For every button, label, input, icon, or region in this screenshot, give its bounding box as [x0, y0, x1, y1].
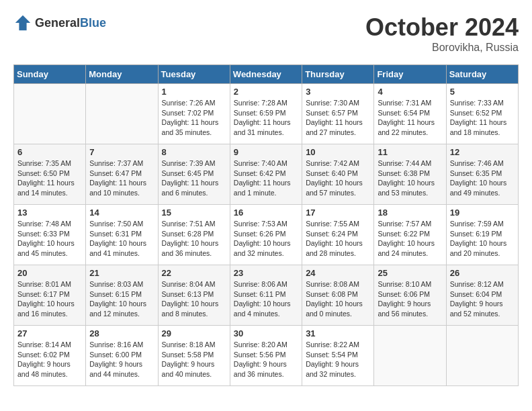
day-number: 24	[306, 268, 370, 278]
calendar-cell: 21Sunrise: 8:03 AM Sunset: 6:15 PM Dayli…	[86, 265, 158, 326]
day-detail: Sunrise: 7:28 AM Sunset: 6:59 PM Dayligh…	[234, 98, 298, 138]
day-number: 31	[306, 328, 370, 338]
day-number: 4	[378, 87, 442, 97]
calendar-cell: 29Sunrise: 8:18 AM Sunset: 5:58 PM Dayli…	[158, 326, 230, 386]
day-detail: Sunrise: 7:57 AM Sunset: 6:22 PM Dayligh…	[378, 219, 442, 259]
calendar-week-row: 6Sunrise: 7:35 AM Sunset: 6:50 PM Daylig…	[14, 144, 519, 205]
calendar-cell: 8Sunrise: 7:39 AM Sunset: 6:45 PM Daylig…	[158, 144, 230, 205]
day-detail: Sunrise: 7:40 AM Sunset: 6:42 PM Dayligh…	[234, 158, 298, 198]
calendar-cell: 1Sunrise: 7:26 AM Sunset: 7:02 PM Daylig…	[158, 84, 230, 144]
day-detail: Sunrise: 7:26 AM Sunset: 7:02 PM Dayligh…	[162, 98, 226, 138]
calendar-cell: 10Sunrise: 7:42 AM Sunset: 6:40 PM Dayli…	[302, 144, 374, 205]
day-number: 15	[162, 208, 226, 218]
weekday-header-row: SundayMondayTuesdayWednesdayThursdayFrid…	[14, 65, 519, 84]
day-detail: Sunrise: 8:12 AM Sunset: 6:04 PM Dayligh…	[450, 279, 515, 319]
calendar-cell: 12Sunrise: 7:46 AM Sunset: 6:35 PM Dayli…	[446, 144, 518, 205]
calendar-cell: 23Sunrise: 8:06 AM Sunset: 6:11 PM Dayli…	[230, 265, 302, 326]
calendar-cell: 16Sunrise: 7:53 AM Sunset: 6:26 PM Dayli…	[230, 205, 302, 265]
day-detail: Sunrise: 8:16 AM Sunset: 6:00 PM Dayligh…	[89, 340, 154, 379]
calendar-cell	[86, 84, 158, 144]
day-detail: Sunrise: 7:35 AM Sunset: 6:50 PM Dayligh…	[17, 158, 82, 198]
day-number: 8	[162, 147, 226, 157]
calendar-cell	[374, 326, 446, 386]
calendar-cell: 30Sunrise: 8:20 AM Sunset: 5:56 PM Dayli…	[230, 326, 302, 386]
weekday-header-saturday: Saturday	[446, 65, 518, 84]
day-detail: Sunrise: 7:30 AM Sunset: 6:57 PM Dayligh…	[306, 98, 370, 138]
calendar-cell	[446, 326, 518, 386]
day-number: 27	[17, 328, 82, 338]
day-number: 6	[17, 147, 82, 157]
day-number: 2	[234, 87, 298, 97]
day-number: 28	[89, 328, 154, 338]
calendar-cell: 26Sunrise: 8:12 AM Sunset: 6:04 PM Dayli…	[446, 265, 518, 326]
calendar-cell: 6Sunrise: 7:35 AM Sunset: 6:50 PM Daylig…	[14, 144, 86, 205]
day-number: 7	[89, 147, 154, 157]
day-number: 20	[17, 268, 82, 278]
day-detail: Sunrise: 8:14 AM Sunset: 6:02 PM Dayligh…	[17, 340, 82, 379]
calendar-cell: 14Sunrise: 7:50 AM Sunset: 6:31 PM Dayli…	[86, 205, 158, 265]
day-detail: Sunrise: 7:44 AM Sunset: 6:38 PM Dayligh…	[378, 158, 442, 198]
day-number: 5	[450, 87, 515, 97]
title-block: October 2024 Borovikha, Russia	[365, 13, 519, 54]
calendar-cell: 28Sunrise: 8:16 AM Sunset: 6:00 PM Dayli…	[86, 326, 158, 386]
day-number: 29	[162, 328, 226, 338]
day-detail: Sunrise: 8:18 AM Sunset: 5:58 PM Dayligh…	[162, 340, 226, 379]
day-detail: Sunrise: 7:51 AM Sunset: 6:28 PM Dayligh…	[162, 219, 226, 259]
day-detail: Sunrise: 8:03 AM Sunset: 6:15 PM Dayligh…	[89, 279, 154, 319]
day-detail: Sunrise: 7:53 AM Sunset: 6:26 PM Dayligh…	[234, 219, 298, 259]
logo-icon	[13, 13, 32, 32]
month-title: October 2024	[365, 13, 519, 42]
day-number: 12	[450, 147, 515, 157]
day-detail: Sunrise: 7:42 AM Sunset: 6:40 PM Dayligh…	[306, 158, 370, 198]
day-detail: Sunrise: 8:22 AM Sunset: 5:54 PM Dayligh…	[306, 340, 370, 379]
day-detail: Sunrise: 7:48 AM Sunset: 6:33 PM Dayligh…	[17, 219, 82, 259]
day-number: 22	[162, 268, 226, 278]
calendar-cell: 9Sunrise: 7:40 AM Sunset: 6:42 PM Daylig…	[230, 144, 302, 205]
day-number: 30	[234, 328, 298, 338]
logo-general-text: General	[35, 16, 80, 30]
day-number: 9	[234, 147, 298, 157]
day-detail: Sunrise: 8:08 AM Sunset: 6:08 PM Dayligh…	[306, 279, 370, 319]
day-detail: Sunrise: 7:37 AM Sunset: 6:47 PM Dayligh…	[89, 158, 154, 198]
calendar-week-row: 13Sunrise: 7:48 AM Sunset: 6:33 PM Dayli…	[14, 205, 519, 265]
day-number: 21	[89, 268, 154, 278]
calendar-cell: 27Sunrise: 8:14 AM Sunset: 6:02 PM Dayli…	[14, 326, 86, 386]
calendar-cell: 3Sunrise: 7:30 AM Sunset: 6:57 PM Daylig…	[302, 84, 374, 144]
weekday-header-tuesday: Tuesday	[158, 65, 230, 84]
calendar-week-row: 20Sunrise: 8:01 AM Sunset: 6:17 PM Dayli…	[14, 265, 519, 326]
weekday-header-friday: Friday	[374, 65, 446, 84]
day-detail: Sunrise: 8:04 AM Sunset: 6:13 PM Dayligh…	[162, 279, 226, 319]
day-number: 14	[89, 208, 154, 218]
calendar-cell: 11Sunrise: 7:44 AM Sunset: 6:38 PM Dayli…	[374, 144, 446, 205]
day-detail: Sunrise: 8:20 AM Sunset: 5:56 PM Dayligh…	[234, 340, 298, 379]
day-number: 10	[306, 147, 370, 157]
weekday-header-monday: Monday	[86, 65, 158, 84]
calendar-cell: 13Sunrise: 7:48 AM Sunset: 6:33 PM Dayli…	[14, 205, 86, 265]
day-detail: Sunrise: 7:59 AM Sunset: 6:19 PM Dayligh…	[450, 219, 515, 259]
day-number: 23	[234, 268, 298, 278]
calendar-cell: 22Sunrise: 8:04 AM Sunset: 6:13 PM Dayli…	[158, 265, 230, 326]
day-number: 18	[378, 208, 442, 218]
calendar-cell: 15Sunrise: 7:51 AM Sunset: 6:28 PM Dayli…	[158, 205, 230, 265]
logo-blue-text: Blue	[80, 16, 106, 30]
calendar-table: SundayMondayTuesdayWednesdayThursdayFrid…	[13, 64, 519, 386]
day-number: 1	[162, 87, 226, 97]
day-detail: Sunrise: 7:39 AM Sunset: 6:45 PM Dayligh…	[162, 158, 226, 198]
day-detail: Sunrise: 8:10 AM Sunset: 6:06 PM Dayligh…	[378, 279, 442, 319]
day-detail: Sunrise: 7:31 AM Sunset: 6:54 PM Dayligh…	[378, 98, 442, 138]
day-number: 3	[306, 87, 370, 97]
day-number: 17	[306, 208, 370, 218]
calendar-cell: 7Sunrise: 7:37 AM Sunset: 6:47 PM Daylig…	[86, 144, 158, 205]
day-number: 13	[17, 208, 82, 218]
day-detail: Sunrise: 8:06 AM Sunset: 6:11 PM Dayligh…	[234, 279, 298, 319]
page-header: GeneralBlue October 2024 Borovikha, Russ…	[13, 13, 519, 54]
location-title: Borovikha, Russia	[365, 42, 519, 54]
day-detail: Sunrise: 7:55 AM Sunset: 6:24 PM Dayligh…	[306, 219, 370, 259]
day-number: 11	[378, 147, 442, 157]
day-number: 25	[378, 268, 442, 278]
calendar-cell: 25Sunrise: 8:10 AM Sunset: 6:06 PM Dayli…	[374, 265, 446, 326]
calendar-cell: 2Sunrise: 7:28 AM Sunset: 6:59 PM Daylig…	[230, 84, 302, 144]
calendar-week-row: 27Sunrise: 8:14 AM Sunset: 6:02 PM Dayli…	[14, 326, 519, 386]
weekday-header-thursday: Thursday	[302, 65, 374, 84]
day-detail: Sunrise: 7:46 AM Sunset: 6:35 PM Dayligh…	[450, 158, 515, 198]
